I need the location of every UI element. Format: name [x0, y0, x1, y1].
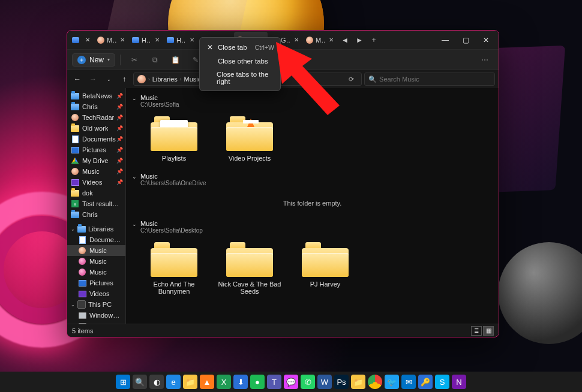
context-menu-item[interactable]: ✕Close tabCtrl+W [202, 40, 278, 55]
group-header[interactable]: ⌄MusicC:\Users\Sofia [126, 92, 499, 111]
taskbar-store-icon[interactable]: ⬇ [233, 375, 248, 389]
libraries-section[interactable]: ⌄Libraries [67, 224, 125, 234]
breadcrumb-libraries[interactable]: Libraries [152, 76, 178, 83]
pin-icon: 📌 [116, 168, 123, 174]
sidebar-item[interactable]: BetaNews📌 [67, 91, 125, 101]
window-minimize-button[interactable]: — [435, 32, 455, 49]
sidebar-item[interactable]: Pictures [67, 278, 125, 288]
sidebar-item-icon [78, 257, 86, 266]
sidebar-item[interactable]: TechRadar📌 [67, 112, 125, 123]
window-maximize-button[interactable]: ▢ [455, 32, 476, 49]
search-icon: 🔍 [368, 76, 377, 83]
close-tab-icon[interactable]: ✕ [119, 37, 126, 43]
taskbar-vlc-icon[interactable]: ▲ [200, 375, 214, 389]
more-icon[interactable]: ⋯ [476, 52, 494, 68]
nav-back-button[interactable]: ← [71, 73, 84, 86]
search-input[interactable]: 🔍 [364, 73, 495, 86]
copy-icon[interactable]: ⧉ [146, 52, 164, 68]
group-path: C:\Users\Sofia\Desktop [140, 227, 203, 234]
search-field[interactable] [379, 76, 491, 83]
explorer-tab[interactable]: Hom✕ [164, 32, 198, 49]
sidebar-item[interactable]: Music [67, 245, 125, 256]
window-close-button[interactable]: ✕ [476, 32, 496, 49]
icons-view-button[interactable]: ▦ [483, 326, 494, 336]
taskbar-search-icon[interactable]: 🔍 [133, 375, 147, 389]
sidebar-item[interactable]: Documents📌 [67, 134, 125, 144]
context-menu-item[interactable]: Close other tabs [202, 55, 278, 68]
context-item-label: Close tabs to the right [217, 71, 274, 85]
taskbar-messenger-icon[interactable]: 💬 [284, 375, 298, 389]
taskbar-ps-icon[interactable]: Ps [334, 375, 349, 389]
close-tab-icon[interactable]: ✕ [154, 37, 161, 43]
close-tab-icon[interactable]: ✕ [188, 37, 196, 43]
context-menu-item[interactable]: Close tabs to the right [202, 68, 278, 88]
folder-item[interactable]: Nick Cave & The Bad Seeds [215, 241, 284, 295]
taskbar-twitter-icon[interactable]: 🐦 [385, 375, 399, 389]
taskbar-skype-icon[interactable]: S [435, 375, 449, 389]
explorer-tab[interactable]: Mus✕ [95, 32, 128, 49]
close-tab-icon[interactable]: ✕ [328, 37, 335, 43]
sidebar-item[interactable]: Videos📌 [67, 177, 125, 188]
sidebar-item[interactable]: Music📌 [67, 166, 125, 177]
folder-item[interactable]: Video Projects [215, 115, 284, 162]
tab-label: Hom [142, 37, 151, 44]
sidebar-item[interactable]: dok [67, 188, 125, 198]
sidebar-item[interactable]: Old work📌 [67, 123, 125, 134]
sidebar-item[interactable]: Windows (C:) [67, 310, 125, 321]
pin-icon: 📌 [116, 158, 123, 164]
sidebar-item[interactable]: Chris📌 [67, 101, 125, 112]
explorer-tab[interactable]: Mus✕ [304, 32, 337, 49]
music-avatar-icon [97, 37, 104, 44]
sidebar-item[interactable]: Music [67, 267, 125, 278]
taskbar-onenote-icon[interactable]: N [452, 375, 466, 389]
sidebar-item[interactable]: My Drive📌 [67, 155, 125, 166]
group-header[interactable]: ⌄MusicC:\Users\Sofia\OneDrive [126, 170, 499, 190]
taskbar-teams-icon[interactable]: T [267, 375, 281, 389]
sidebar-item-label: Documents [82, 135, 116, 143]
taskbar-word-icon[interactable]: W [317, 375, 332, 389]
paste-icon[interactable]: 📋 [166, 52, 184, 68]
taskbar-start-icon[interactable]: ⊞ [116, 375, 130, 389]
breadcrumb-music[interactable]: Music [184, 76, 202, 83]
new-button[interactable]: ＋ New ▾ [72, 53, 115, 67]
explorer-tab[interactable]: ✕ [70, 32, 94, 49]
close-tab-icon[interactable]: ✕ [84, 37, 91, 43]
thispc-section[interactable]: ⌄This PC [67, 299, 125, 310]
taskbar-whatsapp-icon[interactable]: ✆ [301, 375, 315, 389]
close-tab-icon[interactable]: ✕ [293, 37, 300, 43]
sidebar-item[interactable]: xTest results July 20 [67, 198, 125, 209]
nav-forward-button[interactable]: → [86, 73, 100, 86]
sidebar-item[interactable]: Documents [67, 234, 125, 245]
sidebar-item[interactable]: Chris [67, 209, 125, 220]
tab-nav-next-button[interactable]: ► [353, 34, 366, 47]
taskbar-mail-icon[interactable]: ✉ [401, 375, 416, 389]
taskbar-edge-icon[interactable]: e [166, 375, 181, 389]
tab-nav-prev-button[interactable]: ◄ [338, 34, 352, 47]
sidebar-item[interactable]: Music [67, 256, 125, 267]
taskbar-keepass-icon[interactable]: 🔑 [418, 375, 433, 389]
cut-icon[interactable]: ✂ [125, 52, 143, 68]
nav-recent-button[interactable]: ⌄ [102, 73, 115, 86]
refresh-icon[interactable]: ⟳ [344, 73, 358, 86]
sidebar-item[interactable]: Pictures📌 [67, 144, 125, 155]
taskbar-excel-icon[interactable]: X [217, 375, 231, 389]
taskbar-spotify-icon[interactable]: ● [250, 375, 265, 389]
taskbar-files-icon[interactable]: 📁 [183, 375, 197, 389]
nav-up-button[interactable]: ↑ [118, 73, 131, 86]
details-view-button[interactable]: ≣ [471, 326, 482, 336]
sidebar-item-label: Windows (C:) [89, 312, 122, 319]
folder-item[interactable]: Echo And The Bunnymen [139, 241, 209, 295]
taskbar-task-icon[interactable]: ◐ [149, 375, 164, 389]
sidebar-item-icon [78, 236, 86, 244]
sidebar-item-label: Music [89, 258, 107, 265]
explorer-tab[interactable]: Hom✕ [130, 32, 163, 49]
folder-item[interactable]: Playlists [139, 115, 209, 162]
add-tab-button[interactable]: ＋ [367, 34, 380, 47]
sidebar-item[interactable]: Videos [67, 288, 125, 299]
taskbar-chrome-icon[interactable] [368, 375, 382, 389]
group-header[interactable]: ⌄MusicC:\Users\Sofia\Desktop [126, 218, 499, 237]
sidebar-item-label: BetaNews [82, 92, 112, 99]
sidebar-item[interactable]: Google Drive (I: [67, 321, 125, 324]
taskbar-folder-icon[interactable]: 📁 [351, 375, 365, 389]
folder-item[interactable]: PJ Harvey [290, 241, 360, 295]
